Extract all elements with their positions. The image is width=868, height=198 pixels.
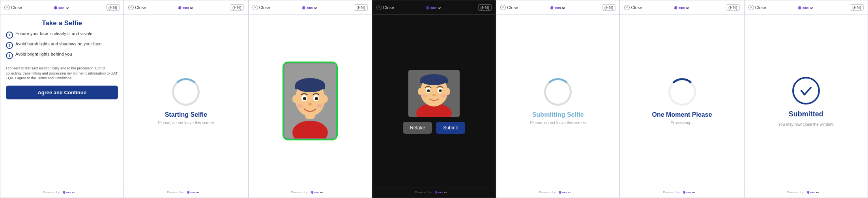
review-face — [408, 70, 460, 117]
svg-text:ID: ID — [692, 191, 695, 194]
svg-text:ID: ID — [196, 191, 199, 194]
close-icon: ✕ — [376, 5, 382, 10]
retake-button[interactable]: Retake — [403, 122, 432, 134]
svg-text:ID: ID — [568, 191, 571, 194]
agree-continue-button[interactable]: Agree and Continue — [6, 86, 118, 99]
svg-text:ID: ID — [562, 6, 565, 9]
language-selector[interactable]: (EN) — [230, 4, 244, 11]
svg-text:ID: ID — [320, 191, 323, 194]
svg-point-43 — [441, 94, 447, 97]
svg-point-42 — [421, 94, 427, 97]
step-list: 1 Ensure your face is clearly lit and vi… — [6, 31, 118, 62]
submitted-icon — [792, 77, 820, 105]
authid-logo-svg: auth ID — [548, 4, 572, 11]
footer-authid-logo: auth ID — [309, 189, 329, 195]
svg-text:auth: auth — [307, 6, 313, 9]
spinner-container: One Moment Please Processing... — [652, 19, 712, 185]
footer-authid-logo: auth ID — [557, 189, 577, 195]
panel-body: One Moment Please Processing... — [620, 15, 743, 187]
step-2: 2 Avoid harsh lights and shadows on your… — [6, 41, 118, 49]
language-selector[interactable]: (EN) — [850, 4, 864, 11]
svg-rect-15 — [295, 85, 325, 89]
svg-text:auth: auth — [190, 191, 195, 194]
language-selector[interactable]: (EN) — [354, 4, 368, 11]
spinner-label: One Moment Please — [652, 111, 712, 118]
panel-body: Submitting Selfie Please, do not leave t… — [496, 15, 619, 187]
close-icon: ✕ — [253, 5, 258, 10]
footer-authid-logo: auth ID — [681, 189, 701, 195]
panel-submitted: ✕ Close auth ID (EN) Submitted You may n… — [744, 0, 868, 198]
close-icon: ✕ — [748, 5, 754, 10]
loading-spinner — [172, 78, 200, 106]
panel-header: ✕ Close auth ID (EN) — [496, 0, 619, 15]
step-2-text: Avoid harsh lights and shadows on your f… — [15, 41, 101, 46]
panel-one-moment: ✕ Close auth ID (EN) One Moment Please P… — [620, 0, 744, 198]
close-label: Close — [11, 5, 22, 10]
header-logo: auth ID — [424, 4, 448, 11]
panel-body — [249, 15, 372, 187]
svg-point-22 — [308, 103, 312, 106]
header-logo: auth ID — [548, 4, 572, 11]
close-label: Close — [135, 5, 146, 10]
panel-body: Take a Selfie 1 Ensure your face is clea… — [0, 15, 123, 187]
panel-title: Take a Selfie — [42, 19, 82, 27]
submitted-sub: You may now close the window. — [778, 122, 834, 127]
close-label: Close — [755, 5, 766, 10]
panel-footer: Powered by auth ID — [249, 187, 372, 198]
footer-powered: Powered by — [787, 191, 804, 194]
authid-logo-svg: auth ID — [52, 4, 76, 11]
close-button[interactable]: ✕ Close — [624, 5, 642, 10]
svg-text:auth: auth — [430, 6, 437, 9]
panel-header: ✕ Close auth ID (EN) — [620, 0, 743, 15]
svg-point-23 — [297, 104, 303, 108]
svg-point-17 — [322, 95, 328, 103]
svg-text:auth: auth — [66, 191, 71, 194]
svg-point-41 — [432, 94, 436, 96]
language-selector[interactable]: (EN) — [478, 4, 492, 11]
svg-text:auth: auth — [314, 191, 319, 194]
step-1-text: Ensure your face is clearly lit and visi… — [15, 31, 92, 36]
close-label: Close — [383, 5, 394, 10]
svg-point-38 — [427, 89, 430, 92]
svg-text:auth: auth — [803, 6, 809, 9]
close-icon: ✕ — [624, 5, 630, 10]
svg-text:auth: auth — [679, 6, 685, 9]
close-icon: ✕ — [4, 5, 10, 10]
footer-authid-logo: auth ID — [805, 189, 825, 195]
authid-logo-svg: auth ID — [300, 4, 324, 11]
close-button[interactable]: ✕ Close — [4, 5, 22, 10]
panel-footer: Powered by auth ID — [496, 187, 619, 198]
camera-view — [251, 16, 369, 185]
panel-header: ✕ Close auth ID (EN) — [745, 0, 868, 15]
close-button[interactable]: ✕ Close — [376, 5, 394, 10]
submitted-label: Submitted — [789, 110, 823, 118]
submit-button[interactable]: Submit — [436, 122, 465, 134]
svg-text:ID: ID — [190, 6, 193, 9]
spinner-sub: Please, do not leave this screen — [530, 121, 586, 125]
svg-text:ID: ID — [444, 191, 447, 194]
panel-review: ✕ Close auth ID (EN) — [372, 0, 496, 198]
spinner-label: Submitting Selfie — [532, 111, 584, 118]
panel-header: ✕ Close auth ID (EN) — [0, 0, 123, 15]
camera-frame — [282, 62, 338, 140]
spinner-sub: Processing... — [671, 121, 694, 125]
step-2-num: 2 — [6, 42, 13, 49]
close-button[interactable]: ✕ Close — [748, 5, 766, 10]
authid-logo-svg: auth ID — [672, 4, 696, 11]
footer-authid-logo: auth ID — [61, 189, 81, 195]
footer-authid-logo: auth ID — [433, 189, 453, 195]
panel-footer: Powered by auth ID — [745, 187, 868, 198]
panel-submitting: ✕ Close auth ID (EN) Submitting Selfie P… — [496, 0, 620, 198]
close-button[interactable]: ✕ Close — [128, 5, 146, 10]
close-icon: ✕ — [128, 5, 134, 10]
svg-text:auth: auth — [810, 191, 815, 194]
svg-text:auth: auth — [562, 191, 567, 194]
language-selector[interactable]: (EN) — [602, 4, 616, 11]
language-selector[interactable]: (EN) — [726, 4, 740, 11]
close-button[interactable]: ✕ Close — [500, 5, 518, 10]
language-selector[interactable]: (EN) — [106, 4, 120, 11]
svg-rect-34 — [420, 80, 448, 83]
spinner-container: Submitting Selfie Please, do not leave t… — [530, 19, 586, 185]
close-button[interactable]: ✕ Close — [253, 5, 270, 10]
step-3-text: Avoid bright lights behind you — [15, 52, 72, 56]
